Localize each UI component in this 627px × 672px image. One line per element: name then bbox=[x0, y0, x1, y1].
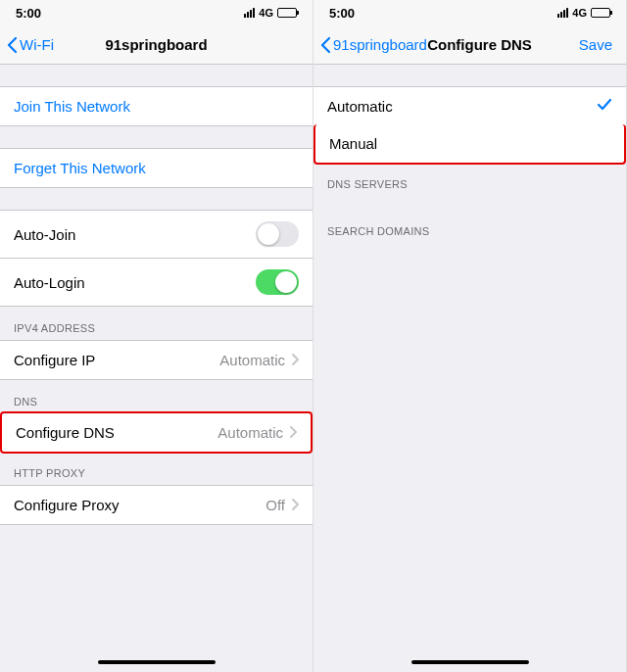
configure-dns-row[interactable]: Configure DNS Automatic bbox=[0, 411, 313, 454]
status-network: 4G bbox=[259, 7, 273, 19]
forget-network-button[interactable]: Forget This Network bbox=[0, 148, 313, 188]
dns-servers-header: DNS SERVERS bbox=[314, 163, 626, 196]
automatic-row[interactable]: Automatic bbox=[314, 86, 626, 126]
back-button[interactable]: 91springboard bbox=[314, 36, 427, 54]
status-right: 4G bbox=[557, 7, 610, 19]
save-button[interactable]: Save bbox=[579, 36, 626, 53]
configure-proxy-label: Configure Proxy bbox=[14, 497, 120, 513]
auto-login-label: Auto-Login bbox=[14, 274, 85, 291]
auto-login-toggle[interactable] bbox=[256, 269, 299, 295]
configure-proxy-value: Off bbox=[265, 497, 285, 513]
check-icon bbox=[597, 98, 612, 115]
configure-dns-label: Configure DNS bbox=[16, 424, 115, 441]
signal-icon bbox=[557, 8, 568, 18]
status-network: 4G bbox=[572, 7, 587, 19]
signal-icon bbox=[244, 8, 255, 18]
auto-join-label: Auto-Join bbox=[14, 226, 75, 243]
manual-row[interactable]: Manual bbox=[314, 124, 626, 165]
status-bar: 5:00 4G bbox=[0, 0, 313, 25]
auto-join-toggle[interactable] bbox=[256, 221, 299, 247]
nav-bar: Wi-Fi 91springboard bbox=[0, 25, 313, 65]
configure-proxy-row[interactable]: Configure Proxy Off bbox=[0, 485, 313, 525]
chevron-left-icon bbox=[319, 36, 331, 54]
chevron-right-icon bbox=[291, 352, 299, 368]
dns-header: DNS bbox=[0, 380, 313, 413]
battery-icon bbox=[277, 8, 297, 18]
phone-left: 5:00 4G Wi-Fi 91springboard Join This Ne… bbox=[0, 0, 314, 672]
status-right: 4G bbox=[244, 7, 297, 19]
nav-bar: 91springboard Configure DNS Save bbox=[314, 25, 626, 65]
chevron-left-icon bbox=[6, 36, 18, 54]
manual-label: Manual bbox=[329, 135, 377, 152]
auto-join-row: Auto-Join bbox=[0, 210, 313, 259]
chevron-right-icon bbox=[291, 497, 299, 513]
search-domains-header: SEARCH DOMAINS bbox=[314, 210, 626, 243]
home-indicator[interactable] bbox=[98, 660, 216, 664]
join-network-label: Join This Network bbox=[14, 98, 130, 115]
back-label: Wi-Fi bbox=[20, 36, 54, 53]
configure-ip-value: Automatic bbox=[219, 352, 285, 368]
content: Join This Network Forget This Network Au… bbox=[0, 65, 313, 672]
status-time: 5:00 bbox=[16, 6, 41, 21]
content: Automatic Manual DNS SERVERS SEARCH DOMA… bbox=[314, 65, 626, 672]
status-bar: 5:00 4G bbox=[314, 0, 626, 25]
battery-icon bbox=[591, 8, 610, 18]
back-label: 91springboard bbox=[333, 36, 427, 53]
configure-dns-value: Automatic bbox=[217, 424, 283, 441]
join-network-button[interactable]: Join This Network bbox=[0, 86, 313, 126]
auto-login-row: Auto-Login bbox=[0, 259, 313, 307]
home-indicator[interactable] bbox=[411, 660, 529, 664]
ipv4-header: IPV4 ADDRESS bbox=[0, 307, 313, 340]
forget-network-label: Forget This Network bbox=[14, 160, 146, 176]
phone-right: 5:00 4G 91springboard Configure DNS Save… bbox=[314, 0, 627, 672]
automatic-label: Automatic bbox=[327, 98, 393, 115]
status-time: 5:00 bbox=[329, 6, 355, 21]
chevron-right-icon bbox=[289, 424, 297, 441]
configure-ip-label: Configure IP bbox=[14, 352, 95, 368]
proxy-header: HTTP PROXY bbox=[0, 452, 313, 485]
configure-ip-row[interactable]: Configure IP Automatic bbox=[0, 340, 313, 380]
back-button[interactable]: Wi-Fi bbox=[0, 36, 54, 54]
